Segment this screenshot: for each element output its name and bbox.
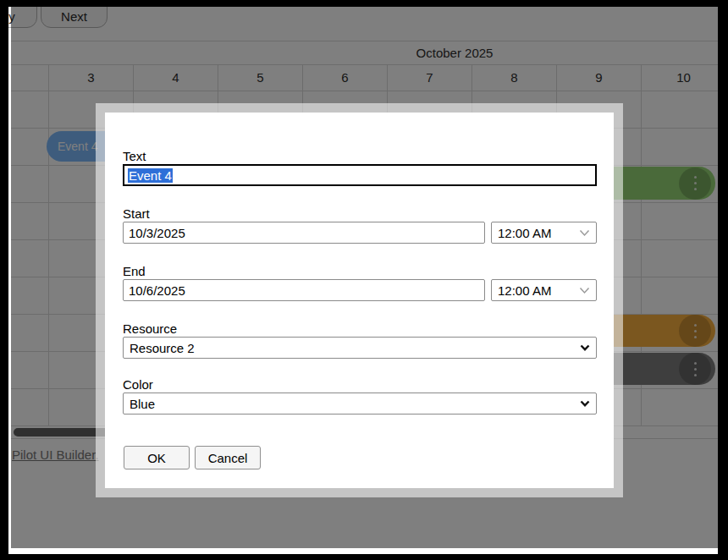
resource-field-label: Resource — [123, 321, 597, 337]
resource-value: Resource 2 — [130, 341, 195, 355]
end-time-select[interactable]: 12:00 AM — [491, 279, 597, 301]
selected-text: Event 4 — [128, 168, 173, 183]
chevron-down-icon — [580, 344, 590, 351]
text-field-label: Text — [123, 149, 597, 164]
color-field-label: Color — [123, 377, 597, 393]
ok-button[interactable]: OK — [124, 446, 190, 469]
page: y Next October 2025 345678910 Event 4 — [8, 7, 718, 554]
cancel-button[interactable]: Cancel — [195, 446, 261, 469]
text-input[interactable]: Event 4 — [123, 164, 597, 186]
dialog-body: Text Event 4 Start 10/3/2025 12:00 AM En… — [105, 113, 614, 469]
chevron-down-icon — [579, 287, 590, 294]
start-time-value: 12:00 AM — [498, 226, 551, 240]
color-select[interactable]: Blue — [123, 393, 597, 415]
end-date-input[interactable]: 10/6/2025 — [123, 279, 485, 301]
event-edit-dialog: Text Event 4 Start 10/3/2025 12:00 AM En… — [96, 103, 623, 497]
end-time-value: 12:00 AM — [498, 283, 551, 298]
end-field-label: End — [123, 264, 597, 279]
chevron-down-icon — [579, 229, 590, 237]
dialog-button-row: OK Cancel — [123, 446, 597, 469]
start-time-select[interactable]: 12:00 AM — [491, 222, 597, 244]
screen: y Next October 2025 345678910 Event 4 — [0, 0, 728, 560]
resource-select[interactable]: Resource 2 — [123, 337, 597, 359]
color-value: Blue — [130, 397, 155, 411]
start-field-label: Start — [123, 206, 597, 222]
start-date-input[interactable]: 10/3/2025 — [123, 222, 485, 244]
chevron-down-icon — [580, 400, 590, 407]
